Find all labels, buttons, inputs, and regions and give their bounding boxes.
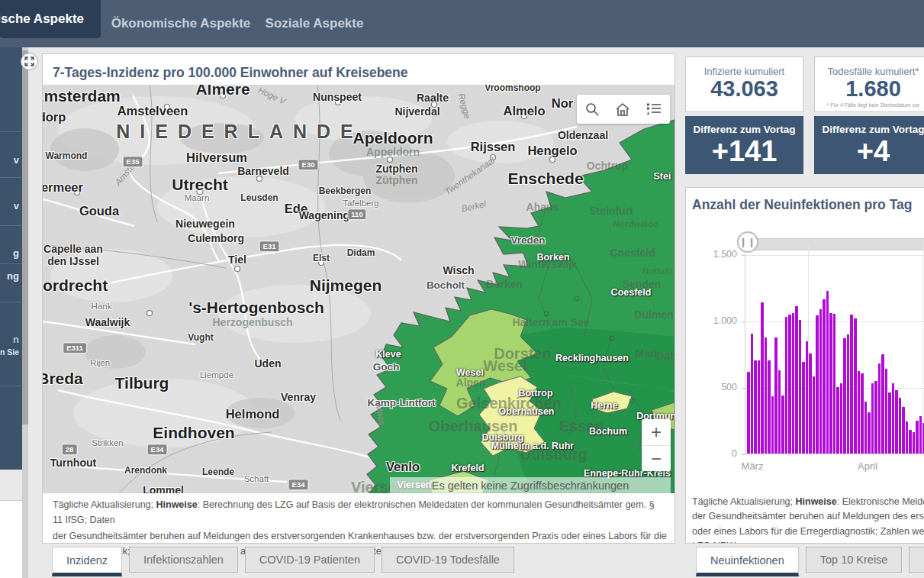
x-axis-tick-label: April [858, 460, 877, 472]
stat-label: Infizierte kumuliert [686, 66, 803, 77]
chart-tab-bar: Neuinfektionen Top 10 Kreise S [696, 547, 924, 576]
nav-tab-medizinische-aspekte[interactable]: inische Aspekte [0, 0, 101, 38]
y-axis-tick-label: 1.000 [691, 315, 737, 326]
sidebar-scrollbar-thumb[interactable] [22, 50, 28, 425]
map-toolbar [577, 95, 670, 124]
time-slider-handle[interactable]: ❙❙ [737, 231, 758, 253]
bar [858, 371, 861, 454]
nav-tab-oekonomische-aspekte[interactable]: Ökonomische Aspekte [116, 0, 246, 47]
stat-label: Todesfälle kumuliert* [815, 66, 924, 77]
map-canvas[interactable]: AmsterdamdorpAlmereAmstelveenNunspeetRaa… [43, 85, 674, 493]
sidebar-divider [0, 225, 22, 226]
tick-mark [742, 388, 745, 389]
sidebar-divider [0, 386, 22, 386]
bar [847, 334, 850, 454]
dashboard: { "nav": { "tabs": [ {"label": "inische … [0, 0, 924, 578]
sidebar-divider [0, 177, 22, 178]
sidebar-item-fragment[interactable]: v [14, 154, 19, 166]
bar [916, 421, 919, 454]
diff-label: Differenz zum Vortag [814, 124, 924, 135]
basemap [43, 85, 674, 493]
bottom-left-panel [0, 500, 22, 578]
bar [850, 315, 853, 454]
diff-value: +4 [814, 135, 924, 169]
sidebar-item-fragment[interactable]: en Sie [0, 347, 19, 357]
bar [788, 315, 791, 454]
tab-covid19-patienten[interactable]: COVID-19 Patienten [245, 547, 375, 573]
bar [747, 372, 750, 454]
top-navigation: inische Aspekte Ökonomische Aspekte Sozi… [0, 0, 924, 47]
bar [826, 291, 829, 454]
bar [829, 313, 832, 454]
chart-footer-note: Tägliche Aktualisierung; Hinweise: Elekt… [692, 495, 924, 544]
diff-value: +141 [685, 135, 803, 169]
stat-card-infizierte: Infizierte kumuliert 43.063 [685, 57, 803, 112]
bar [836, 387, 839, 454]
bar [854, 318, 857, 454]
tick-mark [742, 255, 745, 256]
bar [878, 363, 881, 454]
bar [785, 317, 788, 454]
diff-label: Differenz zum Vortag [685, 124, 803, 135]
bars-layer [747, 241, 924, 454]
bar [881, 354, 884, 454]
tick-mark [742, 321, 745, 322]
tab-covid19-todesfaelle[interactable]: COVID-19 Todesfälle [382, 547, 514, 573]
bar [768, 360, 771, 454]
map-zoom-control: + − [642, 419, 671, 471]
bar [816, 315, 819, 454]
sidebar-item-fragment[interactable]: ng [7, 270, 19, 282]
bar [895, 390, 898, 454]
legend-icon[interactable] [646, 102, 662, 117]
expand-map-button[interactable] [21, 53, 38, 70]
bar [819, 309, 823, 454]
y-axis-tick-label: 500 [691, 382, 737, 392]
y-axis-tick-label: 0 [691, 448, 737, 459]
bar [902, 407, 905, 454]
bar [778, 370, 781, 454]
bar [868, 412, 871, 454]
bar [781, 396, 784, 454]
stat-card-todesfaelle: Todesfälle kumuliert* 1.680 * Für 4 Fäll… [814, 57, 924, 112]
stat-footnote: * Für 4 Fälle liegt kein Sterbedatum vor [815, 102, 924, 108]
sidebar-item-fragment[interactable]: g [13, 247, 19, 259]
sidebar-divider [0, 131, 22, 132]
search-icon[interactable] [584, 102, 600, 117]
bar [874, 381, 877, 454]
bar [833, 314, 836, 454]
sidebar-divider [0, 302, 22, 302]
bar [795, 306, 798, 454]
bar [899, 398, 902, 454]
bar [751, 334, 754, 454]
chart-title: Anzahl der Neuinfektionen pro Tag [692, 197, 924, 213]
bar [823, 299, 826, 454]
bar [765, 337, 768, 454]
tab-top-10-kreise[interactable]: Top 10 Kreise [806, 547, 903, 573]
sidebar[interactable]: vvgngnen Sie [0, 47, 22, 470]
sidebar-item-fragment[interactable]: n [13, 334, 19, 345]
home-icon[interactable] [614, 102, 631, 117]
bar [843, 338, 846, 454]
bar [754, 360, 757, 454]
bar [758, 360, 761, 454]
bar [761, 302, 764, 454]
bar [802, 362, 805, 454]
tab-neuinfektionen[interactable]: Neuinfektionen [696, 547, 799, 576]
tab-infektionszahlen[interactable]: Infektionszahlen [129, 547, 238, 573]
tab-cut-off[interactable]: S [909, 547, 924, 573]
tab-inzidenz[interactable]: Inzidenz [52, 547, 122, 576]
zoom-out-button[interactable]: − [642, 445, 671, 471]
bar [774, 337, 778, 454]
bar [871, 383, 874, 454]
bar [906, 421, 909, 454]
bar [806, 341, 809, 454]
x-axis-tick-label: März [742, 460, 764, 472]
chart-panel: Anzahl der Neuinfektionen pro Tag ❙❙ Mär… [685, 187, 924, 544]
map-panel-title: 7-Tages-Inzidenz pro 100.000 Einwohner a… [53, 65, 667, 81]
zoom-in-button[interactable]: + [642, 419, 671, 445]
sidebar-item-fragment[interactable]: v [14, 200, 19, 212]
bar [861, 373, 864, 454]
y-axis-tick-label: 1.500 [691, 249, 737, 260]
bar [909, 430, 912, 454]
nav-tab-soziale-aspekte[interactable]: Soziale Aspekte [269, 0, 360, 47]
